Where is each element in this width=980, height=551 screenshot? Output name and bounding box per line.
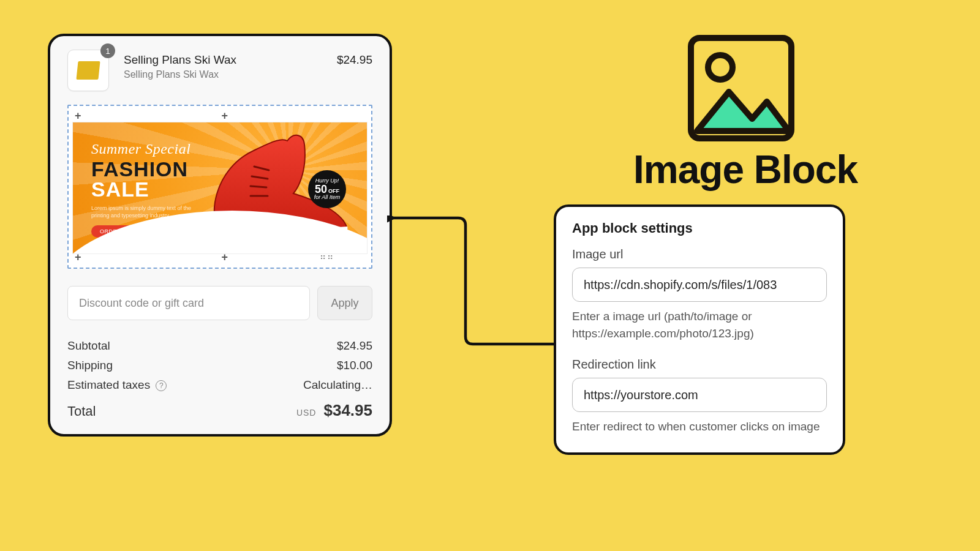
quantity-badge: 1 xyxy=(100,43,115,58)
subtotal-label: Subtotal xyxy=(67,339,110,353)
promo-banner[interactable]: Summer Special FASHION SALE Lorem ipsum … xyxy=(72,122,368,254)
image-block-icon xyxy=(686,33,796,143)
tag-sub-text: for All Item xyxy=(314,195,341,200)
svg-point-5 xyxy=(708,55,733,80)
redirect-input[interactable] xyxy=(572,378,827,412)
checkout-summary-card: 1 Selling Plans Ski Wax Selling Plans Sk… xyxy=(48,34,392,437)
discount-row: Apply xyxy=(67,286,372,320)
product-subtitle: Selling Plans Ski Wax xyxy=(124,69,337,80)
product-titles: Selling Plans Ski Wax Selling Plans Ski … xyxy=(124,50,337,80)
apply-button[interactable]: Apply xyxy=(317,286,372,320)
taxes-label: Estimated taxes xyxy=(67,378,150,391)
order-summary: Subtotal $24.95 Shipping $10.00 Estimate… xyxy=(67,336,372,420)
plus-icon: + xyxy=(221,110,228,122)
banner-cta-button[interactable]: ORDER NOW xyxy=(91,225,146,238)
currency-code: USD xyxy=(296,408,317,418)
tag-percent: 50 xyxy=(315,184,327,195)
redirect-help: Enter redirect to when customer clicks o… xyxy=(572,418,827,435)
total-label: Total xyxy=(67,403,96,419)
image-block-title: Image Block xyxy=(633,147,858,192)
banner-lorem: Lorem ipsum is simply dummy text of the … xyxy=(91,205,195,219)
total-value: $34.95 xyxy=(323,401,372,420)
subtotal-value: $24.95 xyxy=(337,339,372,353)
help-icon[interactable]: ? xyxy=(156,380,167,391)
shipping-label: Shipping xyxy=(67,359,113,372)
discount-code-input[interactable] xyxy=(67,286,310,320)
product-title: Selling Plans Ski Wax xyxy=(124,53,337,67)
banner-copy: Summer Special FASHION SALE Lorem ipsum … xyxy=(91,141,195,238)
image-block-slot[interactable]: + + + + ⠿⠿ Summer Special FASHION SALE L… xyxy=(67,105,372,269)
settings-heading: App block settings xyxy=(572,220,827,236)
line-item-price: $24.95 xyxy=(337,53,372,67)
redirect-label: Redirection link xyxy=(572,358,827,372)
app-block-settings-card: App block settings Image url Enter a ima… xyxy=(554,204,845,455)
image-url-label: Image url xyxy=(572,247,827,261)
cart-line-item: 1 Selling Plans Ski Wax Selling Plans Sk… xyxy=(67,50,372,91)
plus-icon: + xyxy=(75,110,81,122)
image-url-input[interactable] xyxy=(572,268,827,302)
banner-script-text: Summer Special xyxy=(91,141,195,157)
shipping-value: $10.00 xyxy=(337,359,372,372)
discount-tag: Hurry Up! 50 OFF for All Item xyxy=(308,170,346,208)
taxes-value: Calculating… xyxy=(303,378,372,392)
connector-arrow-icon xyxy=(387,216,559,356)
image-url-help: Enter a image url (path/to/image or http… xyxy=(572,308,827,342)
tag-off: OFF xyxy=(328,189,339,194)
svg-line-2 xyxy=(251,186,266,187)
product-image-placeholder xyxy=(76,61,100,80)
product-thumb-wrap: 1 xyxy=(67,50,109,91)
